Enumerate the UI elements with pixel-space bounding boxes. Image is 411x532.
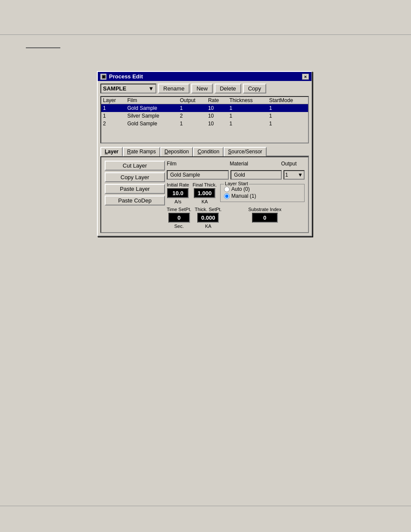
table-row[interactable]: 2 Gold Sample 1 10 1 1 [101,120,308,128]
tab-rateramps-underline: R [127,149,131,155]
bottom-divider [0,506,411,506]
radio-manual-label: Manual (1) [231,193,256,199]
row-film: Gold Sample [126,104,178,112]
output-col-label: Output [281,161,305,167]
thick-setpt-group: Thick. SetPt. 0.000 KA [195,207,221,229]
new-button[interactable]: New [191,84,213,93]
row-rate: 10 [206,112,228,120]
final-thick-unit: KA [202,199,208,204]
row-rate: 10 [206,104,228,112]
col-header-layer: Layer [101,97,126,104]
material-col-label: Material [230,161,277,167]
output-value: 1 [285,172,288,178]
small-accent-line [26,47,60,48]
top-controls: SAMPLE ▼ Rename New Delete Copy [100,84,309,93]
tab-sourcesensor-rest: ource/Sensor [231,149,262,155]
final-thick-group: Final Thick. 1.000 KA [193,182,217,204]
table-row[interactable]: 1 Gold Sample 1 10 1 1 [101,104,308,112]
tab-deposition[interactable]: Deposition [160,147,193,156]
copy-layer-button[interactable]: Copy Layer [105,172,165,182]
radio-manual[interactable] [224,193,230,199]
tab-rate-ramps[interactable]: Rate Ramps [123,147,160,156]
row-rate: 10 [206,120,228,128]
radio-auto[interactable] [224,187,230,192]
substrate-index-value[interactable]: 0 [252,213,278,223]
row-output: 2 [178,112,206,120]
sample-label: SAMPLE [103,85,126,92]
thick-setpt-label: Thick. SetPt. [195,207,221,212]
row-startmode: 1 [268,104,308,112]
tab-source-sensor[interactable]: Source/Sensor [224,147,266,156]
tab-sourcesensor-underline: S [228,149,231,155]
tab-content-layer: Cut Layer Copy Layer Paste Layer Paste C… [100,156,309,233]
film-value: Gold Sample [167,170,229,180]
table-row[interactable]: 1 Silver Sample 2 10 1 1 [101,112,308,120]
close-button[interactable]: × [302,74,309,80]
row-thickness: 1 [228,112,268,120]
film-material-output-values: Gold Sample Gold 1 ▼ [167,170,305,180]
layer-start-groupbox: Layer Start Auto (0) Manual (1) [220,184,305,202]
time-setpt-group: Time SetPt. 0 Sec. [167,207,191,229]
row-layer: 2 [101,120,126,128]
thick-setpt-value[interactable]: 0.000 [197,213,219,223]
layer-table: Layer Film Output Rate Thickness StartMo… [101,97,308,128]
tab-layer-rest: ayer [108,149,118,155]
radio-auto-row: Auto (0) [224,186,301,192]
row-layer: 1 [101,104,126,112]
output-dropdown[interactable]: 1 ▼ [283,170,305,180]
rename-button[interactable]: Rename [158,84,190,93]
initial-rate-value[interactable]: 10.0 [167,188,189,198]
layer-content-grid: Cut Layer Copy Layer Paste Layer Paste C… [105,161,305,229]
initial-rate-group: Initial Rate 10.0 A/s [167,182,189,204]
title-bar: ▣ Process Edit × [98,72,311,81]
final-thick-label: Final Thick. [193,182,217,187]
time-setpt-label: Time SetPt. [167,207,191,212]
initial-rate-label: Initial Rate [167,182,189,187]
row-film: Gold Sample [126,120,178,128]
row-layer: 1 [101,112,126,120]
sample-dropdown[interactable]: SAMPLE ▼ [100,84,156,93]
time-setpt-unit: Sec. [174,224,184,229]
output-arrow-icon: ▼ [298,172,303,178]
substrate-index-group: Substrate Index 0 [225,207,305,223]
time-setpt-value[interactable]: 0 [168,213,190,223]
title-bar-left: ▣ Process Edit [100,73,143,80]
layer-start-title: Layer Start [224,181,249,186]
row-thickness: 1 [228,120,268,128]
tab-deposition-rest: eposition [168,149,189,155]
row-startmode: 1 [268,120,308,128]
paste-layer-button[interactable]: Paste Layer [105,184,165,194]
row-output: 1 [178,104,206,112]
tab-condition[interactable]: Condition [193,147,224,156]
tab-condition-rest: ondition [201,149,219,155]
film-col-label: Film [167,161,225,167]
final-thick-value[interactable]: 1.000 [194,188,215,198]
delete-button[interactable]: Delete [215,84,241,93]
top-divider [0,34,411,35]
substrate-index-label: Substrate Index [248,207,281,212]
row-film: Silver Sample [126,112,178,120]
col-header-film: Film [126,97,178,104]
tab-layer[interactable]: Layer [100,147,123,156]
paste-codep-button[interactable]: Paste CoDep [105,196,165,205]
page-background: ▣ Process Edit × SAMPLE ▼ Rename New Del… [0,0,411,532]
cut-layer-button[interactable]: Cut Layer [105,161,165,171]
rate-thick-layerstart-row: Initial Rate 10.0 A/s Final Thick. 1.000… [167,182,305,204]
col-header-startmode: StartMode [268,97,308,104]
film-material-output-labels: Film Material Output [167,161,305,167]
initial-rate-unit: A/s [174,199,181,204]
col-header-output: Output [178,97,206,104]
tab-rateramps-rest: ate Ramps [131,149,156,155]
col-header-thickness: Thickness [228,97,268,104]
setpt-substrate-row: Time SetPt. 0 Sec. Thick. SetPt. 0.000 K… [167,207,305,229]
row-startmode: 1 [268,112,308,120]
process-edit-window: ▣ Process Edit × SAMPLE ▼ Rename New Del… [97,71,312,236]
dropdown-arrow-icon: ▼ [148,85,154,92]
layer-buttons-column: Cut Layer Copy Layer Paste Layer Paste C… [105,161,165,229]
window-icon: ▣ [100,74,106,80]
window-title: Process Edit [109,73,143,80]
copy-button[interactable]: Copy [243,84,266,93]
tab-bar: Layer Rate Ramps Deposition Condition So… [100,146,309,156]
col-header-rate: Rate [206,97,228,104]
radio-manual-row: Manual (1) [224,193,301,199]
